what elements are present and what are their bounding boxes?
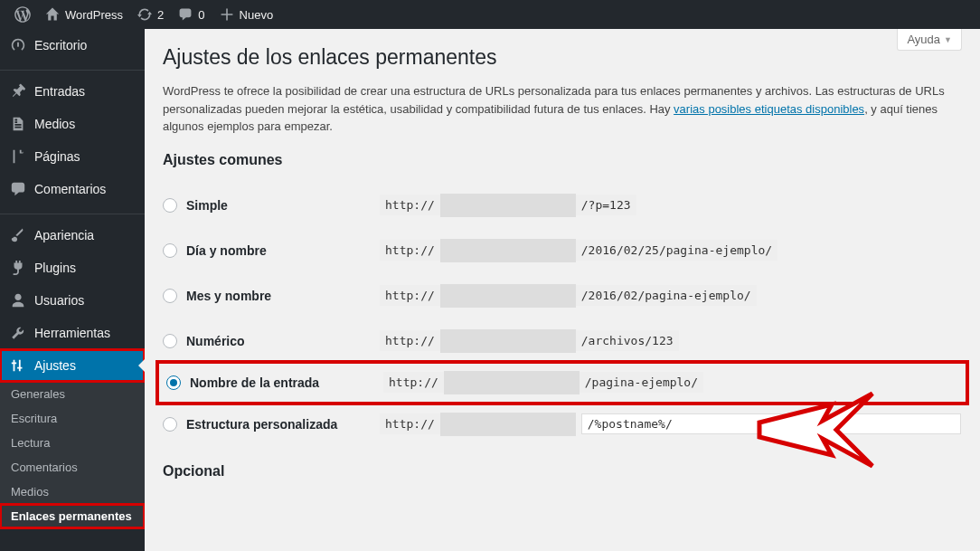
sidebar-item-appearance[interactable]: Apariencia [0,219,145,252]
radio-custom[interactable] [163,417,177,432]
url-domain-placeholder [440,194,576,217]
url-path: /archivos/123 [576,330,679,351]
page-title: Ajustes de los enlaces permanentes [163,45,962,70]
url-example: http:///archivos/123 [380,329,962,353]
tags-available-link[interactable]: varias posibles etiquetas disponibles [674,102,864,116]
permalink-option-label[interactable]: Numérico [163,334,380,348]
url-scheme: http:// [380,195,440,215]
sidebar-item-tools[interactable]: Herramientas [0,317,145,349]
updates-link[interactable]: 2 [130,0,171,29]
admin-sidebar: EscritorioEntradasMediosPáginasComentari… [0,29,145,551]
submenu-item-reading[interactable]: Lectura [0,431,145,455]
sidebar-item-settings[interactable]: Ajustes [0,349,145,382]
permalink-option-monthname: Mes y nombrehttp:///2016/02/pagina-ejemp… [163,273,962,318]
url-scheme: http:// [380,285,440,306]
help-toggle[interactable]: Ayuda▼ [897,29,962,51]
permalink-option-label[interactable]: Estructura personalizada [163,417,380,432]
sidebar-item-label: Plugins [34,261,76,275]
radio-plain[interactable] [163,198,177,213]
intro-text: WordPress te ofrece la posibilidad de cr… [163,82,958,136]
submenu-item-permalinks[interactable]: Enlaces permanentes [0,504,145,528]
submenu-item-general[interactable]: Generales [0,382,145,406]
permalink-options: Simplehttp:///?p=123Día y nombrehttp:///… [163,183,962,447]
pin-icon [9,82,27,100]
url-scheme: http:// [380,413,440,434]
brush-icon [9,226,27,244]
sidebar-item-label: Apariencia [34,228,94,242]
common-settings-heading: Ajustes comunes [163,152,962,168]
sidebar-item-dashboard[interactable]: Escritorio [0,29,145,62]
sidebar-item-label: Escritorio [34,38,87,52]
dashboard-icon [9,36,27,54]
sidebar-item-media[interactable]: Medios [0,108,145,140]
comments-link[interactable]: 0 [171,0,212,29]
submenu-item-media[interactable]: Medios [0,480,145,504]
sidebar-item-label: Ajustes [34,358,76,373]
url-scheme: http:// [380,240,440,261]
new-content-link[interactable]: Nuevo [212,0,281,29]
permalink-option-dayname: Día y nombrehttp:///2016/02/25/pagina-ej… [163,228,962,273]
radio-dayname[interactable] [163,243,177,258]
sidebar-item-users[interactable]: Usuarios [0,284,145,317]
radio-monthname[interactable] [163,289,177,303]
url-path: /pagina-ejemplo/ [580,372,703,393]
url-domain-placeholder [440,284,576,308]
wp-logo[interactable] [7,0,38,29]
permalink-option-label[interactable]: Día y nombre [163,243,380,258]
menu-separator [0,210,145,214]
settings-submenu: GeneralesEscrituraLecturaComentariosMedi… [0,382,145,528]
wrench-icon [9,324,27,342]
permalink-option-label[interactable]: Simple [163,198,380,213]
optional-heading: Opcional [163,463,962,480]
main-content: Ajustes de los enlaces permanentes WordP… [145,29,980,551]
home-icon [45,7,60,22]
comments-count: 0 [198,8,204,22]
refresh-icon [137,7,152,22]
sidebar-item-label: Herramientas [34,326,110,340]
submenu-item-discussion[interactable]: Comentarios [0,455,145,480]
chevron-down-icon: ▼ [944,35,952,44]
sidebar-item-comments[interactable]: Comentarios [0,173,145,205]
radio-postname[interactable] [166,375,181,390]
submenu-item-writing[interactable]: Escritura [0,406,145,431]
permalink-option-postname: Nombre de la entradahttp:///pagina-ejemp… [155,360,969,405]
media-icon [9,115,27,133]
custom-structure-input[interactable] [581,413,961,434]
permalink-option-numeric: Numéricohttp:///archivos/123 [163,318,962,364]
site-home-link[interactable]: WordPress [38,0,130,29]
user-icon [9,291,27,309]
url-domain-placeholder [440,329,576,353]
comment-icon [178,7,193,22]
permalink-option-label[interactable]: Nombre de la entrada [166,375,383,390]
url-example: http:// [380,413,962,436]
radio-numeric[interactable] [163,334,177,348]
new-label: Nuevo [240,8,274,22]
sidebar-item-label: Usuarios [34,293,84,308]
wordpress-icon [14,6,31,23]
url-path: /?p=123 [576,195,636,215]
url-example: http:///2016/02/pagina-ejemplo/ [380,284,962,308]
url-scheme: http:// [380,330,440,351]
url-example: http:///pagina-ejemplo/ [383,371,958,394]
updates-count: 2 [157,8,164,22]
url-scheme: http:// [383,372,444,393]
sidebar-item-label: Comentarios [34,182,106,196]
url-domain-placeholder [440,413,576,436]
permalink-option-plain: Simplehttp:///?p=123 [163,183,962,228]
site-name-label: WordPress [65,8,123,22]
url-example: http:///2016/02/25/pagina-ejemplo/ [380,239,962,262]
sidebar-item-pages[interactable]: Páginas [0,140,145,173]
menu-separator [0,66,145,71]
url-path: /2016/02/25/pagina-ejemplo/ [576,240,777,261]
permalink-option-label[interactable]: Mes y nombre [163,289,380,303]
sidebar-item-label: Entradas [34,84,85,99]
sidebar-item-posts[interactable]: Entradas [0,75,145,108]
sidebar-item-label: Medios [34,117,75,131]
url-path: /2016/02/pagina-ejemplo/ [576,285,757,306]
sidebar-item-plugins[interactable]: Plugins [0,252,145,284]
plus-icon [220,7,234,22]
url-domain-placeholder [440,239,576,262]
page-icon [9,147,27,166]
sidebar-item-label: Páginas [34,149,80,164]
plug-icon [9,259,27,277]
